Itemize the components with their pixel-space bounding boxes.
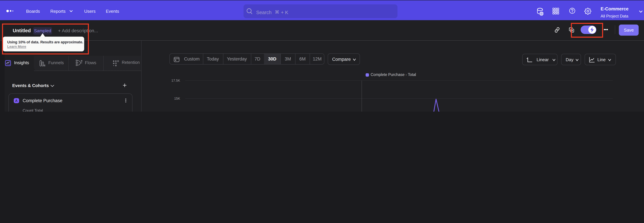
svg-text:17.5K: 17.5K	[172, 79, 180, 82]
svg-text:15K: 15K	[174, 97, 180, 100]
